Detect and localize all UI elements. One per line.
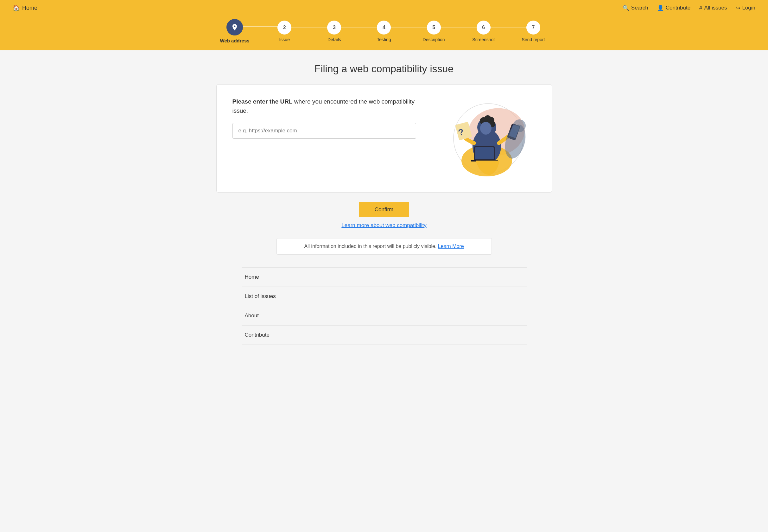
step-label-7: Send report (522, 37, 545, 42)
svg-point-9 (480, 122, 492, 135)
site-header: 🏠 Home 🔍 Search 👤 Contribute # All issue… (0, 0, 768, 16)
url-input[interactable] (232, 123, 416, 139)
step-label-6: Screenshot (472, 37, 495, 42)
footer-nav-about[interactable]: About (242, 306, 527, 326)
step-circle-7: 7 (526, 21, 540, 35)
card-prompt: Please enter the URL where you encounter… (232, 97, 422, 115)
step-circle-4: 4 (377, 21, 391, 35)
prompt-bold: Please enter the URL (232, 98, 293, 105)
stepper-bar: Web address 2 Issue 3 Details 4 Testing … (0, 16, 768, 50)
home-link[interactable]: 🏠 Home (13, 4, 37, 11)
learn-more-link[interactable]: Learn more about web compatibility (341, 222, 426, 229)
step-details[interactable]: 3 Details (309, 21, 359, 42)
home-label: Home (22, 5, 37, 11)
card-left: Please enter the URL where you encounter… (232, 97, 422, 139)
footer-nav-contribute[interactable]: Contribute (242, 326, 527, 345)
step-circle-5: 5 (427, 21, 441, 35)
hero-illustration: ? (438, 97, 533, 180)
main-content: Filing a web compatibility issue Please … (210, 50, 558, 358)
nav-search[interactable]: 🔍 Search (623, 5, 648, 11)
step-label-2: Issue (279, 37, 289, 42)
nav-all-issues[interactable]: # All issues (699, 5, 727, 11)
step-send-report[interactable]: 7 Send report (508, 21, 558, 42)
confirm-button[interactable]: Confirm (359, 202, 409, 217)
step-circle-1 (226, 19, 243, 35)
step-screenshot[interactable]: 6 Screenshot (459, 21, 508, 42)
home-icon: 🏠 (13, 4, 20, 11)
svg-point-18 (513, 119, 526, 132)
step-description[interactable]: 5 Description (409, 21, 459, 42)
step-circle-6: 6 (477, 21, 491, 35)
footer-nav: Home List of issues About Contribute (242, 267, 527, 345)
login-icon: ↪ (736, 5, 740, 11)
page-title: Filing a web compatibility issue (216, 63, 552, 75)
notice-text: All information included in this report … (304, 244, 436, 249)
step-testing[interactable]: 4 Testing (359, 21, 409, 42)
hash-icon: # (699, 5, 702, 11)
nav-contribute[interactable]: 👤 Contribute (657, 5, 690, 11)
public-notice: All information included in this report … (276, 238, 492, 255)
stepper: Web address 2 Issue 3 Details 4 Testing … (210, 19, 558, 43)
footer-nav-home[interactable]: Home (242, 268, 527, 287)
search-icon: 🔍 (623, 5, 629, 11)
step-circle-3: 3 (327, 21, 341, 35)
step-label-3: Details (327, 37, 341, 42)
form-actions: Confirm Learn more about web compatibili… (216, 202, 552, 238)
url-card: Please enter the URL where you encounter… (216, 84, 552, 193)
step-label-5: Description (423, 37, 445, 42)
step-web-address[interactable]: Web address (210, 19, 260, 43)
step-issue[interactable]: 2 Issue (260, 21, 309, 42)
nav-login[interactable]: ↪ Login (736, 5, 755, 11)
illustration: ? (435, 97, 536, 180)
notice-learn-more-link[interactable]: Learn More (438, 244, 464, 249)
step-label-1: Web address (220, 38, 250, 43)
main-nav: 🔍 Search 👤 Contribute # All issues ↪ Log… (623, 5, 755, 11)
step-label-4: Testing (377, 37, 391, 42)
svg-rect-11 (475, 147, 494, 159)
contribute-icon: 👤 (657, 5, 664, 11)
step-circle-2: 2 (277, 21, 291, 35)
footer-nav-list-issues[interactable]: List of issues (242, 287, 527, 306)
